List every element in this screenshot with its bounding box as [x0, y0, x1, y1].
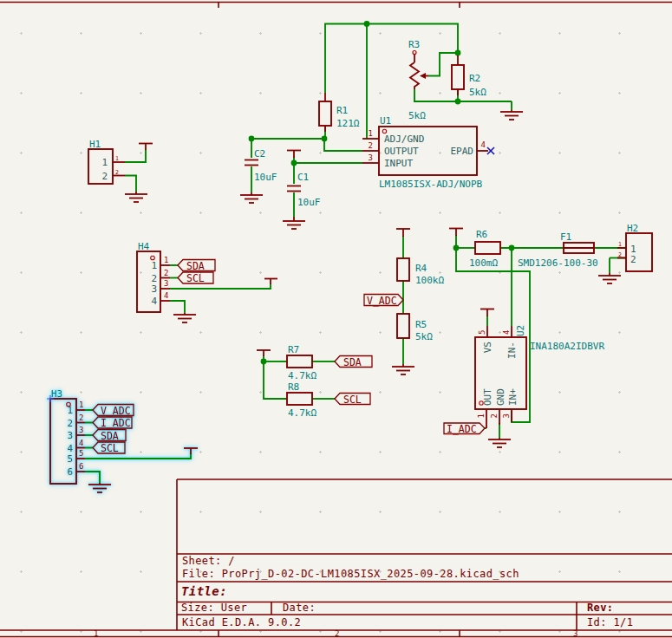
component-r1[interactable]: R1 121Ω [319, 93, 360, 132]
r7-value[interactable]: 4.7kΩ [288, 370, 316, 381]
net-label-sda-h4[interactable]: SDA [178, 260, 215, 272]
component-h4[interactable]: H4 1 2 3 4 1 2 3 4 [137, 241, 170, 312]
gnd-symbol[interactable] [173, 313, 196, 322]
r4-ref[interactable]: R4 [415, 263, 427, 274]
page-border: 1 2 3 [0, 3, 672, 638]
r3-value[interactable]: 5kΩ [408, 110, 426, 121]
wire-segment[interactable] [251, 139, 362, 151]
gnd-symbol[interactable] [125, 192, 147, 202]
wiper-arrow [420, 73, 426, 79]
net-label-i-adc-h3[interactable]: I_ADC [93, 417, 132, 429]
wires[interactable] [125, 24, 626, 439]
schematic-canvas[interactable]: 1 2 3 Sheet: / File: ProPrj_D-02-DC-LM10… [0, 0, 672, 638]
net-label-scl-h3[interactable]: SCL [93, 442, 125, 454]
power-bar-symbol[interactable] [396, 229, 410, 237]
r1-ref[interactable]: R1 [336, 105, 348, 116]
h2-ref[interactable]: H2 [627, 223, 638, 234]
r7-ref[interactable]: R7 [288, 344, 299, 355]
gnd-symbol[interactable] [488, 438, 511, 447]
h1-ref[interactable]: H1 [89, 139, 101, 150]
component-h2[interactable]: H2 1 2 1 2 [617, 223, 652, 271]
gnd-symbol[interactable] [598, 273, 621, 283]
wire-segment[interactable] [125, 149, 146, 162]
r1-value[interactable]: 121Ω [336, 118, 360, 129]
power-bar-symbol[interactable] [184, 448, 198, 454]
power-bar-symbol[interactable] [264, 279, 277, 285]
h2-pin-name: 2 [630, 254, 636, 265]
r4-value[interactable]: 100kΩ [415, 275, 444, 286]
power-bar-symbol[interactable] [449, 229, 463, 237]
gnd-symbol[interactable] [88, 483, 111, 492]
component-h1[interactable]: H1 1 2 1 2 [88, 139, 125, 184]
net-label-sda-r7[interactable]: SDA [335, 356, 372, 368]
u2-value[interactable]: INA180A2IDBVR [530, 341, 604, 352]
u2-ref[interactable]: U2 [515, 325, 526, 336]
r8-value[interactable]: 4.7kΩ [288, 407, 316, 419]
u1-pin-number: 4 [481, 140, 486, 149]
u2-pin-name: GND [495, 388, 506, 406]
r3-ref[interactable]: R3 [408, 39, 420, 50]
h1-pin-name: 2 [101, 171, 108, 182]
u1-value[interactable]: LM1085ISX-ADJ/NOPB [379, 179, 483, 190]
component-r3-potentiometer[interactable]: R3 5kΩ [408, 39, 428, 121]
net-label-scl-h4[interactable]: SCL [178, 272, 213, 284]
c2-value[interactable]: 10uF [254, 172, 277, 183]
component-h3-selected[interactable]: H3 1 2 3 4 5 6 1 2 3 4 5 6 [47, 388, 198, 492]
power-bar-symbol[interactable] [257, 350, 271, 356]
power-bar-symbol[interactable] [139, 144, 153, 151]
component-r8[interactable]: R8 4.7kΩ [287, 381, 316, 419]
h4-pin-number: 1 [164, 256, 168, 264]
h3-ref[interactable]: H3 [51, 388, 62, 400]
component-r5[interactable]: R5 5kΩ [397, 314, 433, 342]
component-r2[interactable]: R2 5kΩ [452, 55, 486, 98]
component-f1-fuse[interactable]: F1 SMD1206-100-30 [518, 231, 598, 269]
power-bar-symbol[interactable] [480, 309, 494, 317]
h4-pin-name: 3 [151, 283, 157, 295]
title-block[interactable]: Sheet: / File: ProPrj_D-02-DC-LM1085ISX_… [177, 479, 672, 630]
r6-ref[interactable]: R6 [476, 229, 487, 240]
r8-ref[interactable]: R8 [288, 381, 299, 393]
h4-ref[interactable]: H4 [138, 241, 150, 252]
h2-pin-number: 1 [618, 241, 622, 248]
wire-segment[interactable] [125, 176, 136, 192]
component-u2[interactable]: U2 INA180A2IDBVR VS IN- OUT GND IN+ 5 4 … [475, 325, 604, 428]
component-c1[interactable]: C1 10uF [287, 172, 321, 208]
f1-ref[interactable]: F1 [560, 231, 571, 243]
power-bar-symbol[interactable] [287, 151, 301, 159]
net-label-scl-r8[interactable]: SCL [335, 394, 370, 406]
net-label-v-adc-divider[interactable]: V_ADC [364, 295, 403, 307]
u1-pin-name: INPUT [384, 158, 413, 169]
gnd-symbol[interactable] [500, 110, 523, 120]
component-r7[interactable]: R7 4.7kΩ [287, 344, 316, 381]
wire-segment[interactable] [325, 24, 458, 94]
c1-value[interactable]: 10uF [297, 197, 321, 208]
u1-pin-number: 2 [369, 141, 373, 150]
net-label-sda-h3[interactable]: SDA [93, 430, 126, 442]
r5-ref[interactable]: R5 [415, 319, 427, 330]
net-label-text: V_ADC [101, 405, 131, 417]
net-label-i-adc-u2[interactable]: I_ADC [444, 423, 485, 435]
r6-value[interactable]: 100mΩ [469, 257, 498, 269]
gnd-symbol[interactable] [283, 217, 305, 229]
h3-pin-name: 1 [67, 405, 73, 416]
net-label-text: SDA [343, 356, 362, 368]
gnd-symbol[interactable] [392, 364, 414, 374]
r2-ref[interactable]: R2 [469, 73, 480, 84]
c2-ref[interactable]: C2 [254, 148, 265, 160]
wire-segment[interactable] [170, 301, 185, 313]
u1-ref[interactable]: U1 [380, 115, 391, 127]
wire-segment[interactable] [414, 89, 512, 101]
h4-pin-number: 3 [164, 279, 168, 288]
component-u1[interactable]: U1 LM1085ISX-ADJ/NOPB 1 2 3 4 ADJ/GND OU… [362, 115, 494, 190]
wire-segment[interactable] [170, 283, 271, 289]
u2-pin-number: 3 [502, 413, 511, 418]
c1-ref[interactable]: C1 [297, 172, 309, 183]
component-r6[interactable]: R6 100mΩ [469, 229, 500, 269]
net-label-v-adc-h3[interactable]: V_ADC [93, 405, 134, 417]
component-r4[interactable]: R4 100kΩ [397, 258, 444, 286]
component-c2[interactable]: C2 10uF [245, 148, 277, 183]
r5-value[interactable]: 5kΩ [415, 331, 433, 342]
f1-value[interactable]: SMD1206-100-30 [518, 257, 598, 269]
gnd-symbol[interactable] [240, 192, 263, 203]
r2-value[interactable]: 5kΩ [469, 87, 486, 98]
